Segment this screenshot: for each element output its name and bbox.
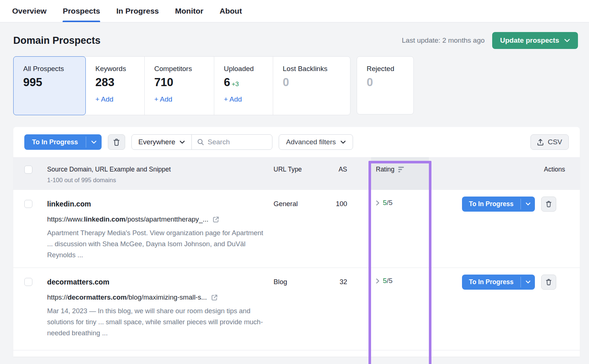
row-url-type: Blog — [274, 268, 329, 350]
last-update-text: Last update: 2 months ago — [402, 36, 485, 45]
row-rating[interactable]: 5/5 — [383, 199, 392, 207]
column-as: AS — [329, 157, 347, 190]
card-keywords[interactable]: Keywords 283 + Add — [86, 57, 145, 115]
search-icon — [197, 139, 204, 145]
row-authority-score: 32 — [329, 268, 347, 350]
chevron-right-icon[interactable] — [376, 278, 380, 284]
advanced-filters-button[interactable]: Advanced filters — [279, 134, 353, 150]
search-input[interactable] — [208, 138, 267, 146]
row-checkbox[interactable] — [24, 200, 32, 208]
card-all-prospects[interactable]: All Prospects 995 — [13, 56, 86, 115]
scope-dropdown[interactable]: Everywhere — [132, 135, 192, 149]
card-competitors[interactable]: Competitors 710 + Add — [145, 57, 214, 115]
trash-icon — [546, 279, 552, 286]
column-rating-label: Rating — [376, 166, 395, 173]
add-uploaded-link[interactable]: + Add — [224, 95, 242, 103]
card-label: Lost Backlinks — [283, 65, 341, 73]
update-prospects-button[interactable]: Update prospects — [492, 32, 578, 49]
search-box — [192, 135, 272, 149]
row-url: https://decormatters.com/blog/maximizing… — [47, 293, 207, 301]
tab-monitor[interactable]: Monitor — [175, 0, 204, 22]
column-actions: Actions — [445, 157, 580, 190]
row-url: https://www.linkedin.com/posts/apartment… — [47, 215, 208, 223]
card-value: 0 — [367, 76, 404, 89]
advanced-filters-label: Advanced filters — [286, 138, 336, 146]
row-domain-link[interactable]: linkedin.com — [47, 200, 274, 208]
row-authority-score: 100 — [329, 190, 347, 268]
external-link-icon[interactable] — [212, 216, 219, 223]
add-keywords-link[interactable]: + Add — [95, 95, 113, 103]
row-delete-button[interactable] — [541, 275, 556, 290]
chevron-down-icon — [564, 39, 570, 42]
card-value: 6+3 — [224, 76, 263, 89]
table-row: decormatters.com https://decormatters.co… — [13, 268, 580, 350]
table-header-row: Source Domain, URL Example and Snippet 1… — [13, 157, 580, 190]
page-header: Domain Prospects Last update: 2 months a… — [13, 32, 578, 49]
tab-in-progress[interactable]: In Progress — [116, 0, 159, 22]
row-domain-link[interactable]: decormatters.com — [47, 278, 274, 286]
card-value: 710 — [154, 76, 204, 89]
table-toolbar: To In Progress Everywhere — [13, 127, 580, 157]
row-rating[interactable]: 5/5 — [383, 277, 392, 285]
card-uploaded[interactable]: Uploaded 6+3 + Add — [214, 57, 273, 115]
tab-prospects[interactable]: Prospects — [63, 0, 100, 22]
sort-descending-icon — [398, 167, 404, 172]
card-rejected[interactable]: Rejected 0 — [357, 56, 414, 114]
card-label: Competitors — [154, 65, 204, 73]
card-lost-backlinks[interactable]: Lost Backlinks 0 — [273, 57, 350, 115]
row-to-in-progress-button[interactable]: To In Progress — [462, 275, 535, 290]
table-row: linkedin.com https://www.linkedin.com/po… — [13, 190, 580, 268]
update-prospects-label: Update prospects — [500, 36, 559, 45]
chevron-down-icon — [180, 141, 185, 144]
tab-about[interactable]: About — [219, 0, 242, 22]
export-csv-label: CSV — [548, 138, 562, 146]
uploaded-delta: +3 — [232, 81, 239, 88]
row-to-in-progress-label: To In Progress — [462, 197, 521, 212]
card-value: 0 — [283, 76, 341, 89]
chevron-down-icon — [526, 202, 530, 206]
add-competitors-link[interactable]: + Add — [154, 95, 172, 103]
row-checkbox[interactable] — [24, 278, 32, 286]
bulk-to-in-progress-label: To In Progress — [24, 134, 86, 150]
trash-icon — [546, 201, 552, 208]
chevron-down-icon — [341, 141, 346, 144]
row-snippet: Mar 14, 2023 — In this blog, we will sha… — [47, 305, 265, 339]
card-label: Uploaded — [224, 65, 263, 73]
prospect-filter-cards: All Prospects 995 Keywords 283 + Add Com… — [13, 56, 576, 115]
scope-label: Everywhere — [138, 138, 175, 146]
row-snippet: Apartment Therapy Media's Post. View org… — [47, 227, 265, 261]
export-icon — [537, 139, 544, 146]
column-url-type: URL Type — [274, 157, 329, 190]
row-url-type: General — [274, 190, 329, 268]
card-label: All Prospects — [23, 65, 76, 73]
bulk-action-dropdown[interactable] — [86, 134, 102, 150]
prospects-panel: To In Progress Everywhere — [13, 127, 580, 357]
card-label: Keywords — [95, 65, 135, 73]
trash-icon — [113, 138, 120, 146]
row-delete-button[interactable] — [541, 197, 556, 212]
chevron-right-icon[interactable] — [376, 200, 380, 206]
top-navigation: Overview Prospects In Progress Monitor A… — [0, 0, 589, 22]
external-link-icon[interactable] — [211, 294, 218, 301]
row-action-dropdown[interactable] — [521, 275, 535, 290]
chevron-down-icon — [526, 280, 530, 284]
select-all-checkbox[interactable] — [24, 166, 32, 174]
card-value: 995 — [23, 76, 76, 89]
tab-overview[interactable]: Overview — [12, 0, 46, 22]
card-label: Rejected — [367, 65, 404, 73]
column-rating-sort[interactable]: Rating — [347, 157, 445, 173]
bulk-to-in-progress-button[interactable]: To In Progress — [24, 134, 102, 150]
chevron-down-icon — [91, 141, 96, 144]
page-title: Domain Prospects — [13, 35, 100, 46]
bulk-delete-button[interactable] — [108, 134, 125, 150]
table-range-text: 1-100 out of 995 domains — [47, 177, 274, 184]
row-to-in-progress-label: To In Progress — [462, 275, 521, 290]
column-source-domain: Source Domain, URL Example and Snippet — [47, 166, 274, 173]
row-action-dropdown[interactable] — [521, 197, 535, 212]
export-csv-button[interactable]: CSV — [530, 134, 569, 150]
card-value: 283 — [95, 76, 135, 89]
scope-search-control: Everywhere — [131, 134, 272, 150]
row-to-in-progress-button[interactable]: To In Progress — [462, 197, 535, 212]
